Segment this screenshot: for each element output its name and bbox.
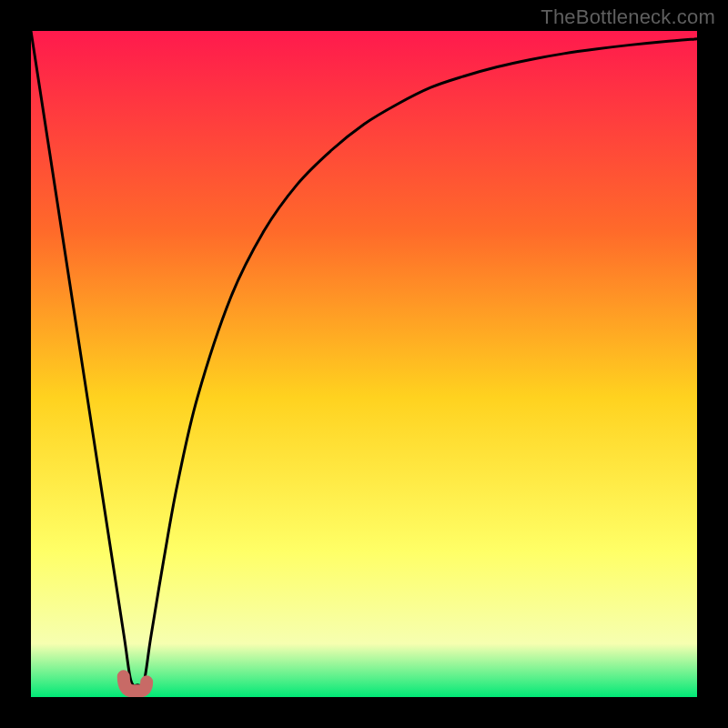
bottleneck-chart	[31, 31, 697, 697]
chart-frame: TheBottleneck.com	[0, 0, 728, 728]
plot-area	[31, 31, 697, 697]
watermark-text: TheBottleneck.com	[541, 5, 715, 29]
gradient-background	[31, 31, 697, 697]
